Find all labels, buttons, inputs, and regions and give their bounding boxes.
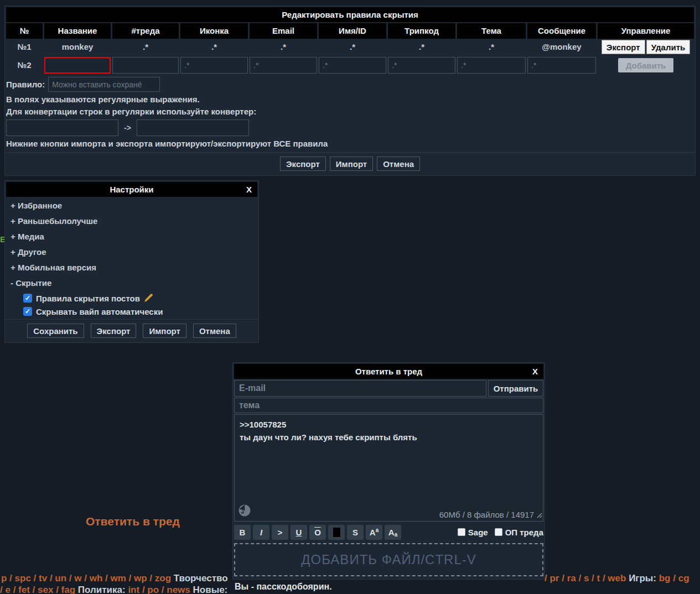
board-link[interactable]: wh — [90, 573, 103, 583]
file-drop-zone[interactable]: ДОБАВИТЬ ФАЙЛ/CTRL-V — [234, 543, 543, 576]
board-link[interactable]: bg — [659, 573, 671, 583]
subscript-button[interactable]: Aa — [385, 525, 401, 540]
rule1-thread: .* — [112, 39, 179, 55]
converter-arrow: -> — [124, 123, 131, 132]
sage-checkbox[interactable] — [458, 528, 465, 536]
pencil-icon[interactable] — [144, 294, 154, 303]
new-rule-comment-input[interactable] — [527, 57, 596, 74]
rule2-num: №2 — [6, 57, 43, 74]
reply-to-thread-link[interactable]: Ответить в тред — [86, 515, 180, 528]
board-link[interactable]: wp — [134, 573, 147, 583]
rule-row-new: №2 Добавить — [5, 57, 695, 74]
settings-export-button[interactable]: Экспорт — [91, 324, 137, 338]
new-rule-email-input[interactable] — [250, 57, 317, 74]
board-link[interactable]: zog — [155, 573, 171, 583]
board-link[interactable]: po — [147, 585, 159, 594]
nav-separator: / — [47, 573, 55, 583]
board-nav-left-line1: p / spc / tv / un / w / wh / wm / wp / z… — [1, 573, 228, 584]
settings-section-oldgood[interactable]: + Раньшебылолучше — [5, 213, 258, 229]
nav-separator: / — [11, 585, 18, 594]
sup-glyph: A — [370, 528, 376, 537]
rules-cancel-button[interactable]: Отмена — [377, 157, 420, 171]
hide-rules-checkbox-label: Правила скрытия постов — [36, 294, 140, 303]
email-field[interactable] — [234, 380, 486, 397]
sub-glyph: A — [388, 528, 395, 537]
new-rule-name-id-input[interactable] — [319, 57, 386, 74]
nav-separator: / — [139, 585, 147, 594]
italic-glyph: I — [260, 528, 262, 537]
new-rule-tripcode-input[interactable] — [388, 57, 455, 74]
settings-save-button[interactable]: Сохранить — [27, 324, 84, 338]
overline-glyph: O — [314, 528, 321, 537]
upload-limits-text: 60Мб / 8 файлов / 14917 — [439, 510, 534, 519]
reply-close-icon[interactable]: X — [532, 364, 538, 379]
quote-button[interactable]: > — [272, 525, 288, 540]
board-link[interactable]: e — [5, 585, 10, 594]
cloud-upload-icon[interactable] — [238, 504, 251, 519]
nav-separator: / — [600, 573, 608, 583]
reply-title: Ответить в тред X — [234, 364, 543, 379]
settings-title: Настройки X — [6, 182, 257, 197]
board-link[interactable]: fet — [18, 585, 30, 594]
rules-import-button[interactable]: Импорт — [330, 157, 373, 171]
nav-separator: / — [576, 573, 584, 583]
hide-rules-title: Редактировать правила скрытия — [6, 7, 694, 22]
underline-glyph: U — [296, 528, 302, 537]
board-link[interactable]: web — [608, 573, 626, 583]
settings-section-media[interactable]: + Медиа — [5, 229, 258, 244]
board-link[interactable]: p — [1, 573, 7, 583]
nav-label: Новые: — [190, 585, 227, 594]
hide-wipe-checkbox[interactable]: ✓ — [23, 307, 32, 316]
rule1-comment: @monkey — [527, 39, 596, 55]
overline-button[interactable]: O — [309, 525, 326, 540]
settings-cancel-button[interactable]: Отмена — [193, 324, 236, 338]
add-rule-button[interactable]: Добавить — [618, 58, 674, 72]
rules-export-button[interactable]: Экспорт — [280, 157, 326, 171]
rule1-export-button[interactable]: Экспорт — [602, 40, 645, 54]
saved-rule-input[interactable] — [48, 77, 160, 92]
settings-import-button[interactable]: Импорт — [143, 324, 186, 338]
settings-section-hiding[interactable]: - Скрытие — [5, 275, 258, 291]
bold-button[interactable]: B — [234, 525, 251, 540]
new-rule-subject-input[interactable] — [457, 57, 526, 74]
converter-result-input[interactable] — [137, 119, 249, 136]
rule1-delete-button[interactable]: Удалить — [646, 40, 691, 54]
new-rule-thread-input[interactable] — [112, 57, 179, 74]
nav-label: Творчество — [171, 573, 228, 583]
passcode-status-text: Вы - пасскодобоярин. — [235, 582, 332, 592]
hide-rules-checkbox[interactable]: ✓ — [23, 294, 32, 303]
converter-source-input[interactable] — [6, 119, 118, 136]
op-checkbox[interactable] — [495, 528, 502, 536]
subject-field[interactable] — [234, 398, 543, 413]
superscript-button[interactable]: Aa — [366, 525, 382, 540]
board-link[interactable]: spc — [15, 573, 31, 583]
underline-button[interactable]: U — [291, 525, 307, 540]
reply-title-text: Ответить в тред — [355, 367, 422, 376]
new-rule-name-input[interactable] — [44, 57, 111, 74]
resize-handle[interactable] — [537, 510, 542, 520]
comment-textarea[interactable]: >>10057825 ты даун что ли? нахуя тебе ск… — [235, 415, 543, 499]
italic-button[interactable]: I — [253, 525, 269, 540]
board-link[interactable]: wm — [110, 573, 126, 583]
board-link[interactable]: news — [167, 585, 190, 594]
board-link[interactable]: s — [584, 573, 589, 583]
rules-table-header: № Название #треда Иконка Email Имя/ID Тр… — [5, 23, 695, 39]
strike-button[interactable]: S — [347, 525, 364, 540]
board-link[interactable]: w — [74, 573, 81, 583]
settings-section-favorites[interactable]: + Избранное — [5, 198, 258, 213]
board-link[interactable]: un — [55, 573, 66, 583]
new-rule-icon-input[interactable] — [180, 57, 248, 74]
board-link[interactable]: int — [128, 585, 139, 594]
settings-section-mobile[interactable]: + Мобильная версия — [5, 260, 258, 275]
board-link[interactable]: cg — [678, 573, 689, 583]
board-link[interactable]: tv — [39, 573, 47, 583]
board-link[interactable]: fag — [61, 585, 76, 594]
settings-section-other[interactable]: + Другое — [5, 244, 258, 260]
spoiler-button[interactable] — [328, 525, 345, 540]
board-link[interactable]: sex — [38, 585, 53, 594]
board-link[interactable]: ra — [567, 573, 576, 583]
send-button[interactable]: Отправить — [488, 380, 543, 397]
settings-close-icon[interactable]: X — [246, 182, 252, 197]
board-link[interactable]: pr — [549, 573, 559, 583]
import-export-info-text: Нижние кнопки импорта и экспорта импорти… — [5, 136, 695, 148]
